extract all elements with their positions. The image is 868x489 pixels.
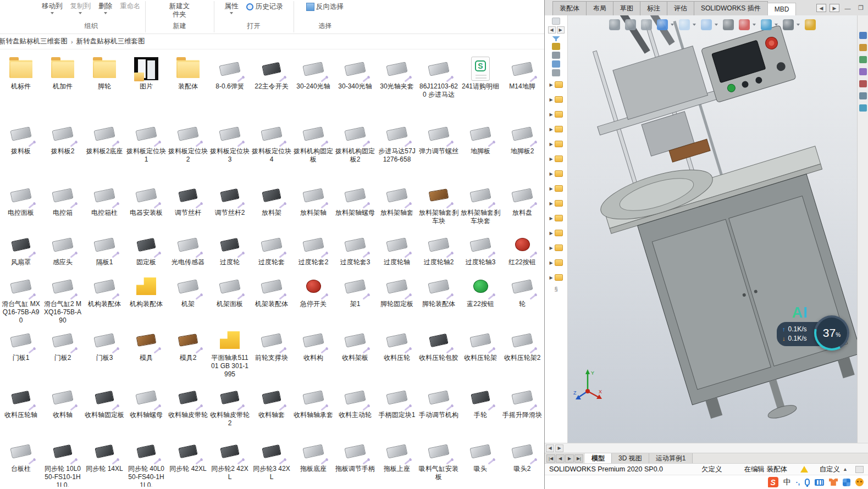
file-item[interactable]: 收料轴皮带轮2 <box>209 382 251 436</box>
first-tab-icon[interactable]: |◀ <box>546 454 555 463</box>
move-to-button[interactable]: 移动到 <box>42 2 63 14</box>
file-item[interactable]: 拨料板定位块3 <box>209 119 251 180</box>
chevron-right-icon[interactable]: ▶ <box>549 171 552 176</box>
file-item[interactable]: 电器安装板 <box>125 180 167 230</box>
skin-icon[interactable] <box>829 479 838 486</box>
file-item[interactable]: 脚轮 <box>84 54 125 119</box>
tree-component-row[interactable]: ▶ <box>549 167 562 180</box>
file-item[interactable]: 地脚板 <box>460 119 501 180</box>
chevron-down-icon[interactable] <box>797 24 800 26</box>
commandmanager-tab[interactable]: 布局 <box>586 1 613 15</box>
file-item[interactable]: 22主令开关 <box>251 54 292 119</box>
task-pane-icon[interactable] <box>859 92 867 99</box>
history-button[interactable]: 历史记录 <box>246 2 283 12</box>
chevron-down-icon[interactable] <box>715 24 718 26</box>
file-item[interactable]: 吸料气缸安装板 <box>418 436 460 487</box>
file-item[interactable]: 风扇罩 <box>0 230 42 271</box>
file-item[interactable]: 手摇升降滑块 <box>501 382 543 436</box>
scroll-right-icon[interactable]: ▶ <box>555 444 563 452</box>
file-item[interactable]: 隔板1 <box>84 230 125 271</box>
file-item[interactable]: 机架 <box>167 271 209 325</box>
file-item[interactable]: 光电传感器 <box>167 230 209 271</box>
file-item[interactable]: 滑台气缸 MXQ16-75B-A90 <box>0 271 42 325</box>
file-item[interactable]: 拨料板 <box>0 119 42 180</box>
toolbox-icon[interactable] <box>843 479 850 486</box>
file-item[interactable]: 放料架轴套刹车块套 <box>460 180 501 230</box>
file-item[interactable]: 电控面板 <box>0 180 42 230</box>
commandmanager-tab[interactable]: 评估 <box>667 1 694 15</box>
file-item[interactable]: S241请购明细 <box>460 54 501 119</box>
file-item[interactable]: 架1 <box>334 271 376 325</box>
chevron-down-icon[interactable] <box>753 24 756 26</box>
properties-button[interactable]: 属性 <box>225 2 239 14</box>
file-item[interactable]: 收料轴轴承套 <box>292 382 334 436</box>
breadcrumb-item[interactable]: 新转盘贴标机三维套图 <box>0 37 70 46</box>
commandmanager-tab[interactable]: SOLIDWORKS 插件 <box>694 1 768 15</box>
file-item[interactable]: 30-340光轴 <box>334 54 376 119</box>
tree-root-icon[interactable] <box>552 52 560 59</box>
tree-root-icon[interactable] <box>552 43 560 50</box>
file-item[interactable]: M14地脚 <box>501 54 543 119</box>
file-item[interactable]: 同步轮3 42XL <box>251 436 292 487</box>
file-item[interactable]: 机标件 <box>0 54 42 119</box>
file-item[interactable]: 拨料机构固定板 <box>292 119 334 180</box>
file-item[interactable]: 放料架轴套 <box>376 180 418 230</box>
view-orientation-icon[interactable] <box>679 19 690 30</box>
zoom-area-icon[interactable] <box>625 19 636 30</box>
file-item[interactable]: 门板2 <box>42 325 84 382</box>
file-item[interactable]: 收料主动轮 <box>334 382 376 436</box>
chevron-right-icon[interactable]: ▶ <box>549 142 552 147</box>
chinese-mode-icon[interactable]: 中 <box>783 477 791 487</box>
commandmanager-tab[interactable]: 装配体 <box>552 1 587 15</box>
file-item[interactable]: 吸头 <box>460 436 501 487</box>
file-item[interactable]: 收料压轮轴 <box>0 382 42 436</box>
soft-keyboard-icon[interactable] <box>815 479 824 486</box>
chevron-down-icon[interactable] <box>671 24 674 26</box>
measure-icon[interactable] <box>805 19 816 30</box>
task-pane-icon[interactable] <box>859 104 867 112</box>
tree-root-icon[interactable] <box>552 69 560 76</box>
file-item[interactable]: 装配体 <box>167 54 209 119</box>
file-item[interactable]: 收料压轮包胶 <box>418 325 460 382</box>
file-item[interactable]: 同步轮 40L050-FS40-1H1L0. <box>125 436 167 487</box>
file-item[interactable]: 收料构 <box>292 325 334 382</box>
file-item[interactable]: 同步轮2 42XL <box>209 436 251 487</box>
file-item[interactable]: 急停开关 <box>292 271 334 325</box>
commandmanager-tab[interactable]: 草图 <box>613 1 640 15</box>
file-item[interactable]: 放料架轴 <box>292 180 334 230</box>
chevron-right-icon[interactable]: ▶ <box>549 97 552 102</box>
graphics-viewport[interactable]: Y X Z AI ↑0.1K/s ↓0.1K/s 37% <box>568 15 857 443</box>
tree-root-icon[interactable] <box>552 60 560 68</box>
file-item[interactable]: 步进马达57J1276-658 <box>376 119 418 180</box>
invert-selection-button[interactable]: 反向选择 <box>307 2 344 12</box>
file-item[interactable]: 拨料机构固定板2 <box>334 119 376 180</box>
file-item[interactable]: 收料轴 <box>42 382 84 436</box>
file-item[interactable]: 平面轴承51101 GB 301-1995 <box>209 325 251 382</box>
chevron-right-icon[interactable]: ▶ <box>549 260 552 265</box>
file-item[interactable]: 机构装配体 <box>125 271 167 325</box>
file-item[interactable]: 脚轮装配体 <box>418 271 460 325</box>
tree-next-icon[interactable]: ▶ <box>557 26 565 34</box>
file-item[interactable]: 拨料板定位块2 <box>167 119 209 180</box>
tree-component-row[interactable]: ▶ <box>549 226 562 240</box>
model-tab[interactable]: 模型 <box>585 453 612 463</box>
sogou-logo-icon[interactable]: S <box>768 477 778 487</box>
file-item[interactable]: 过度轮轴 <box>376 230 418 271</box>
delete-button[interactable]: 删除 <box>98 2 112 14</box>
chevron-down-icon[interactable] <box>693 24 696 26</box>
file-item[interactable]: 拖板调节手柄 <box>334 436 376 487</box>
tree-component-row[interactable]: ▶ <box>549 137 562 151</box>
task-pane-icon[interactable] <box>859 80 867 87</box>
note-icon[interactable] <box>855 466 864 473</box>
file-item[interactable]: 过度轮套2 <box>292 230 334 271</box>
file-item[interactable]: 放料架轴套刹车块 <box>418 180 460 230</box>
tree-component-row[interactable]: ▶ <box>549 78 562 91</box>
minimize-button[interactable]: — <box>843 4 853 12</box>
file-item[interactable]: 放料架 <box>251 180 292 230</box>
file-item[interactable]: 模具2 <box>167 325 209 382</box>
emoji-icon[interactable] <box>855 478 864 486</box>
previous-pane-icon[interactable]: ◀ <box>816 4 826 12</box>
file-item[interactable]: 门板3 <box>84 325 125 382</box>
tree-component-row[interactable]: ▶ <box>549 123 562 136</box>
file-item[interactable]: 轮 <box>501 271 543 325</box>
